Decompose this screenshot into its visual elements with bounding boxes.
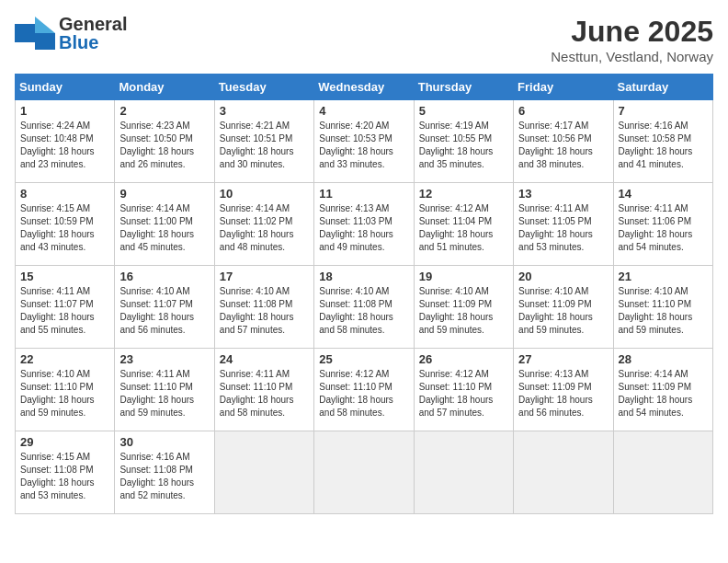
cell-info: Sunrise: 4:12 AMSunset: 11:04 PMDaylight… xyxy=(419,203,494,252)
calendar-cell: 8 Sunrise: 4:15 AMSunset: 10:59 PMDaylig… xyxy=(16,183,115,266)
calendar-cell: 11 Sunrise: 4:13 AMSunset: 11:03 PMDayli… xyxy=(314,183,414,266)
cell-info: Sunrise: 4:10 AMSunset: 11:10 PMDaylight… xyxy=(20,369,95,418)
calendar-header-row: SundayMondayTuesdayWednesdayThursdayFrid… xyxy=(16,75,713,100)
cell-info: Sunrise: 4:15 AMSunset: 10:59 PMDaylight… xyxy=(20,203,95,252)
day-header-tuesday: Tuesday xyxy=(214,75,313,100)
day-number: 12 xyxy=(419,187,508,201)
header: General Blue June 2025 Nesttun, Vestland… xyxy=(15,15,713,64)
day-number: 6 xyxy=(518,104,608,118)
calendar-cell: 16 Sunrise: 4:10 AMSunset: 11:07 PMDayli… xyxy=(115,266,214,349)
cell-info: Sunrise: 4:12 AMSunset: 11:10 PMDaylight… xyxy=(319,369,393,418)
cell-info: Sunrise: 4:13 AMSunset: 11:03 PMDaylight… xyxy=(319,203,393,252)
day-number: 16 xyxy=(119,270,209,283)
day-header-thursday: Thursday xyxy=(414,75,513,100)
calendar-cell: 22 Sunrise: 4:10 AMSunset: 11:10 PMDayli… xyxy=(16,349,115,431)
cell-info: Sunrise: 4:11 AMSunset: 11:06 PMDaylight… xyxy=(619,203,693,252)
cell-info: Sunrise: 4:10 AMSunset: 11:09 PMDaylight… xyxy=(518,286,593,335)
cell-info: Sunrise: 4:12 AMSunset: 11:10 PMDaylight… xyxy=(419,369,494,418)
cell-info: Sunrise: 4:17 AMSunset: 10:56 PMDaylight… xyxy=(518,121,593,169)
calendar-cell: 3 Sunrise: 4:21 AMSunset: 10:51 PMDaylig… xyxy=(214,100,313,183)
cell-info: Sunrise: 4:10 AMSunset: 11:08 PMDaylight… xyxy=(220,286,294,335)
cell-info: Sunrise: 4:15 AMSunset: 11:08 PMDaylight… xyxy=(20,452,95,500)
logo: General Blue xyxy=(15,15,127,52)
calendar-cell: 10 Sunrise: 4:14 AMSunset: 11:02 PMDayli… xyxy=(214,183,313,266)
calendar-cell: 7 Sunrise: 4:16 AMSunset: 10:58 PMDaylig… xyxy=(613,100,712,183)
day-number: 21 xyxy=(619,270,708,283)
cell-info: Sunrise: 4:23 AMSunset: 10:50 PMDaylight… xyxy=(119,121,194,169)
day-number: 25 xyxy=(319,352,408,366)
calendar-cell: 9 Sunrise: 4:14 AMSunset: 11:00 PMDaylig… xyxy=(115,183,214,266)
week-row-5: 29 Sunrise: 4:15 AMSunset: 11:08 PMDayli… xyxy=(16,431,713,514)
logo-blue: Blue xyxy=(59,32,98,52)
calendar-cell: 26 Sunrise: 4:12 AMSunset: 11:10 PMDayli… xyxy=(414,349,513,431)
day-number: 24 xyxy=(220,352,309,366)
cell-info: Sunrise: 4:21 AMSunset: 10:51 PMDaylight… xyxy=(220,121,294,169)
calendar-cell xyxy=(514,431,613,514)
calendar-cell: 24 Sunrise: 4:11 AMSunset: 11:10 PMDayli… xyxy=(214,349,313,431)
calendar-cell: 17 Sunrise: 4:10 AMSunset: 11:08 PMDayli… xyxy=(214,266,313,349)
calendar-cell: 13 Sunrise: 4:11 AMSunset: 11:05 PMDayli… xyxy=(514,183,613,266)
logo-general: General xyxy=(59,14,127,34)
day-header-wednesday: Wednesday xyxy=(314,75,414,100)
day-number: 1 xyxy=(20,104,109,118)
calendar-cell: 20 Sunrise: 4:10 AMSunset: 11:09 PMDayli… xyxy=(514,266,613,349)
calendar-cell: 6 Sunrise: 4:17 AMSunset: 10:56 PMDaylig… xyxy=(514,100,613,183)
calendar-table: SundayMondayTuesdayWednesdayThursdayFrid… xyxy=(15,74,713,514)
svg-marker-1 xyxy=(35,17,55,33)
cell-info: Sunrise: 4:10 AMSunset: 11:09 PMDaylight… xyxy=(419,286,494,335)
calendar-cell: 2 Sunrise: 4:23 AMSunset: 10:50 PMDaylig… xyxy=(115,100,214,183)
day-number: 3 xyxy=(220,104,309,118)
calendar-cell: 15 Sunrise: 4:11 AMSunset: 11:07 PMDayli… xyxy=(16,266,115,349)
cell-info: Sunrise: 4:14 AMSunset: 11:02 PMDaylight… xyxy=(220,203,294,252)
day-number: 27 xyxy=(518,352,608,366)
cell-info: Sunrise: 4:16 AMSunset: 11:08 PMDaylight… xyxy=(119,452,194,500)
cell-info: Sunrise: 4:14 AMSunset: 11:00 PMDaylight… xyxy=(119,203,194,252)
calendar-cell: 4 Sunrise: 4:20 AMSunset: 10:53 PMDaylig… xyxy=(314,100,414,183)
day-number: 19 xyxy=(419,270,508,283)
day-number: 13 xyxy=(518,187,608,201)
calendar-cell: 30 Sunrise: 4:16 AMSunset: 11:08 PMDayli… xyxy=(115,431,214,514)
calendar-cell: 14 Sunrise: 4:11 AMSunset: 11:06 PMDayli… xyxy=(613,183,712,266)
day-number: 23 xyxy=(119,352,209,366)
day-number: 10 xyxy=(220,187,309,201)
day-header-monday: Monday xyxy=(115,75,214,100)
cell-info: Sunrise: 4:24 AMSunset: 10:48 PMDaylight… xyxy=(20,121,95,169)
day-header-sunday: Sunday xyxy=(16,75,115,100)
cell-info: Sunrise: 4:11 AMSunset: 11:10 PMDaylight… xyxy=(119,369,194,418)
day-number: 14 xyxy=(619,187,708,201)
month-title: June 2025 xyxy=(551,15,713,49)
calendar-cell xyxy=(214,431,313,514)
cell-info: Sunrise: 4:11 AMSunset: 11:07 PMDaylight… xyxy=(20,286,95,335)
day-number: 17 xyxy=(220,270,309,283)
calendar-cell: 27 Sunrise: 4:13 AMSunset: 11:09 PMDayli… xyxy=(514,349,613,431)
title-area: June 2025 Nesttun, Vestland, Norway xyxy=(551,15,713,64)
day-number: 11 xyxy=(319,187,408,201)
week-row-4: 22 Sunrise: 4:10 AMSunset: 11:10 PMDayli… xyxy=(16,349,713,431)
logo-icon xyxy=(15,17,55,50)
cell-info: Sunrise: 4:20 AMSunset: 10:53 PMDaylight… xyxy=(319,121,393,169)
cell-info: Sunrise: 4:14 AMSunset: 11:09 PMDaylight… xyxy=(619,369,693,418)
cell-info: Sunrise: 4:10 AMSunset: 11:07 PMDaylight… xyxy=(119,286,194,335)
calendar-cell: 21 Sunrise: 4:10 AMSunset: 11:10 PMDayli… xyxy=(613,266,712,349)
calendar-cell xyxy=(414,431,513,514)
day-header-saturday: Saturday xyxy=(613,75,712,100)
day-number: 15 xyxy=(20,270,109,283)
day-number: 30 xyxy=(119,435,209,449)
cell-info: Sunrise: 4:10 AMSunset: 11:08 PMDaylight… xyxy=(319,286,393,335)
day-number: 9 xyxy=(119,187,209,201)
cell-info: Sunrise: 4:11 AMSunset: 11:05 PMDaylight… xyxy=(518,203,593,252)
day-number: 20 xyxy=(518,270,608,283)
calendar-cell: 23 Sunrise: 4:11 AMSunset: 11:10 PMDayli… xyxy=(115,349,214,431)
cell-info: Sunrise: 4:19 AMSunset: 10:55 PMDaylight… xyxy=(419,121,494,169)
calendar-body: 1 Sunrise: 4:24 AMSunset: 10:48 PMDaylig… xyxy=(16,100,713,514)
day-number: 29 xyxy=(20,435,109,449)
week-row-1: 1 Sunrise: 4:24 AMSunset: 10:48 PMDaylig… xyxy=(16,100,713,183)
calendar-cell xyxy=(314,431,414,514)
calendar-cell: 18 Sunrise: 4:10 AMSunset: 11:08 PMDayli… xyxy=(314,266,414,349)
day-number: 18 xyxy=(319,270,408,283)
day-number: 5 xyxy=(419,104,508,118)
day-number: 7 xyxy=(619,104,708,118)
calendar-cell: 28 Sunrise: 4:14 AMSunset: 11:09 PMDayli… xyxy=(613,349,712,431)
cell-info: Sunrise: 4:13 AMSunset: 11:09 PMDaylight… xyxy=(518,369,593,418)
cell-info: Sunrise: 4:16 AMSunset: 10:58 PMDaylight… xyxy=(619,121,693,169)
